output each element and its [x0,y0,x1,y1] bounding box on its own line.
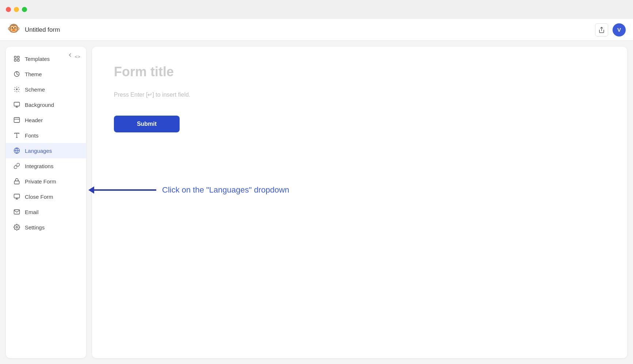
sidebar-item-theme-label: Theme [25,71,42,77]
traffic-lights [6,7,27,12]
sidebar-item-languages[interactable]: Languages [6,143,86,158]
arrow-annotation [88,186,156,194]
private-form-icon [13,178,20,185]
sidebar-item-background-label: Background [25,102,54,108]
minimize-button[interactable] [14,7,19,12]
background-icon [13,101,20,108]
svg-rect-14 [14,181,19,184]
sidebar-item-header[interactable]: Header [6,112,86,128]
sidebar-item-theme[interactable]: Theme [6,66,86,82]
form-title[interactable]: Form title [114,64,605,80]
svg-rect-4 [18,59,19,61]
sidebar-item-background[interactable]: Background [6,97,86,112]
share-button[interactable] [595,23,608,36]
sidebar-item-settings[interactable]: Settings [6,220,86,235]
close-form-icon [13,193,20,200]
submit-button[interactable]: Submit [114,116,180,132]
app-header-left: 🐵 Untitled form [7,23,60,36]
integrations-icon [13,162,20,170]
user-avatar[interactable]: V [613,23,626,36]
sidebar-item-scheme-label: Scheme [25,86,45,93]
annotation-text: Click on the "Languages" dropdown [162,185,289,195]
header-icon [13,116,20,124]
svg-rect-7 [14,102,20,106]
languages-icon [13,147,20,154]
arrow-shaft [94,189,156,191]
svg-rect-2 [18,56,19,58]
sidebar-item-close-form-label: Close Form [25,194,53,200]
app-header: 🐵 Untitled form V [0,19,633,41]
form-field-hint[interactable]: Press Enter [↵] to insert field. [114,91,605,98]
main-layout: <> Templates Theme [0,41,633,364]
sidebar-item-close-form[interactable]: Close Form [6,189,86,204]
annotation-area: Click on the "Languages" dropdown [88,185,289,195]
fonts-icon [13,132,20,139]
templates-icon [13,55,20,62]
main-content: Form title Press Enter [↵] to insert fie… [92,47,627,358]
sidebar-item-fonts[interactable]: Fonts [6,128,86,143]
sidebar-item-settings-label: Settings [25,224,45,231]
sidebar-item-email[interactable]: Email [6,204,86,220]
maximize-button[interactable] [22,7,27,12]
sidebar-item-integrations-label: Integrations [25,163,53,169]
svg-rect-1 [14,56,16,58]
sidebar-item-private-form[interactable]: Private Form [6,174,86,189]
sidebar: <> Templates Theme [6,47,86,358]
sidebar-item-header-label: Header [25,117,43,123]
svg-rect-15 [14,194,20,198]
arrow-head [88,186,94,194]
app-header-right: V [595,23,626,36]
sidebar-item-fonts-label: Fonts [25,132,39,139]
sidebar-item-private-form-label: Private Form [25,178,56,185]
theme-icon [13,70,20,78]
title-bar [0,0,633,19]
svg-rect-8 [14,117,20,123]
scheme-icon [13,86,20,93]
svg-point-17 [16,226,18,228]
settings-icon [13,224,20,231]
sidebar-toggle[interactable]: <> [65,50,82,61]
app-title: Untitled form [25,26,60,34]
sidebar-item-integrations[interactable]: Integrations [6,158,86,174]
close-button[interactable] [6,7,11,12]
sidebar-item-scheme[interactable]: Scheme [6,82,86,97]
sidebar-item-languages-label: Languages [25,148,52,154]
sidebar-item-email-label: Email [25,209,39,215]
svg-rect-3 [14,59,16,61]
email-icon [13,208,20,216]
sidebar-item-templates-label: Templates [25,56,50,62]
app-logo: 🐵 [7,23,20,36]
svg-point-6 [16,89,18,90]
